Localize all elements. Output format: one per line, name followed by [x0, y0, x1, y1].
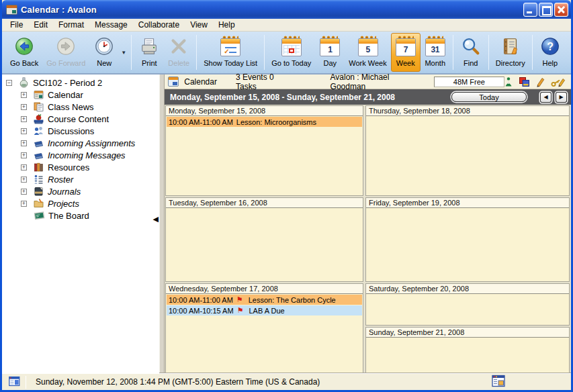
expand-toggle[interactable]: +: [21, 116, 27, 122]
day-cell[interactable]: 10:00 AM-11:00 AM Lesson: Microorganisms: [166, 116, 363, 195]
tree-root-sci102[interactable]: − SCI102 - Period 2: [2, 77, 159, 89]
expand-toggle[interactable]: +: [21, 201, 27, 207]
day-header: Saturday, September 20, 2008: [366, 284, 569, 294]
sidebar-item-the-board[interactable]: The Board: [2, 209, 159, 222]
directory-button[interactable]: Directory: [492, 33, 529, 72]
key-pencil-icon[interactable]: [551, 77, 566, 87]
sidebar-item-journals[interactable]: + Journals: [2, 185, 159, 197]
day-saturday: Saturday, September 20, 2008: [365, 283, 570, 326]
tree-root-label: SCI102 - Period 2: [33, 78, 102, 88]
collapse-toggle[interactable]: −: [6, 80, 12, 86]
day-header: Friday, September 19, 2008: [366, 198, 569, 208]
folder-pencil-icon: [33, 198, 44, 209]
app-window: Calendar : Avalon File Edit Format Messa…: [0, 0, 573, 392]
sidebar-item-roster[interactable]: + Roster: [2, 173, 159, 185]
day-cell[interactable]: [366, 116, 569, 195]
expand-toggle[interactable]: +: [21, 140, 27, 146]
go-back-button[interactable]: Go Back: [6, 33, 42, 72]
day-cell[interactable]: [366, 208, 569, 281]
next-week-button[interactable]: ▶: [556, 92, 567, 103]
day-cell[interactable]: [366, 294, 569, 325]
menu-help[interactable]: Help: [213, 19, 240, 30]
sidebar-item-label: Incoming Assignments: [48, 138, 135, 148]
expand-toggle[interactable]: +: [21, 164, 27, 170]
help-button[interactable]: ? Help: [535, 33, 565, 72]
sidebar-item-projects[interactable]: + Projects: [2, 197, 159, 209]
expand-toggle[interactable]: +: [21, 189, 27, 195]
menu-file[interactable]: File: [5, 19, 28, 30]
layout-view-icon[interactable]: [492, 375, 505, 389]
menu-view[interactable]: View: [185, 19, 213, 30]
delete-button[interactable]: Delete: [164, 33, 193, 72]
svg-text:?: ?: [547, 41, 554, 52]
pane-view-icon[interactable]: [9, 376, 20, 389]
day-cell[interactable]: [166, 208, 363, 281]
day-cell[interactable]: [366, 338, 569, 373]
pane-splitter[interactable]: [159, 75, 165, 373]
week-view-button[interactable]: 7 Week: [391, 33, 421, 72]
find-button[interactable]: Find: [456, 33, 486, 72]
show-today-list-button[interactable]: ✓ Show Today List: [200, 33, 261, 72]
work-week-view-button[interactable]: 5 Work Week: [345, 33, 390, 72]
day-cell[interactable]: 10:00 AM-11:00 AM ⚑ Lesson: The Carbon C…: [166, 294, 363, 373]
sidebar-item-incoming-assignments[interactable]: + Incoming Assignments: [2, 137, 159, 149]
month-view-button[interactable]: 31 Month: [421, 33, 450, 72]
maximize-button[interactable]: [539, 3, 553, 17]
day-tuesday: Tuesday, September 16, 2008: [165, 197, 363, 282]
expand-toggle[interactable]: +: [21, 177, 27, 183]
go-to-today-label: Go to Today: [271, 59, 311, 67]
event-lesson-microorganisms[interactable]: 10:00 AM-11:00 AM Lesson: Microorganisms: [167, 117, 362, 127]
flag-icon: ⚑: [237, 307, 244, 314]
day-header: Monday, September 15, 2008: [166, 106, 363, 116]
news-icon: [33, 101, 44, 112]
calendar-day-icon: 1: [319, 36, 341, 57]
toolbar-separator: [532, 35, 533, 70]
previous-week-button[interactable]: ◀: [540, 92, 552, 103]
sidebar-item-resources[interactable]: + Resources: [2, 161, 159, 173]
layers-icon[interactable]: [519, 77, 530, 87]
events-tasks-summary: 3 Events 0 Tasks: [236, 72, 290, 91]
sidebar-item-discussions[interactable]: + Discussions: [2, 125, 159, 137]
new-button[interactable]: New: [89, 33, 119, 72]
sidebar-collapse-icon[interactable]: ◀: [153, 215, 159, 223]
expand-toggle[interactable]: +: [21, 152, 27, 158]
week-range-label: Monday, September 15, 2008 - Sunday, Sep…: [170, 93, 451, 102]
close-button[interactable]: [554, 3, 568, 17]
show-today-list-label: Show Today List: [204, 59, 257, 67]
toolbar-separator: [131, 35, 132, 70]
person-icon[interactable]: [504, 77, 513, 87]
day-view-button[interactable]: 1 Day: [315, 33, 345, 72]
today-button[interactable]: Today: [451, 92, 527, 102]
month-view-label: Month: [425, 59, 445, 67]
calendar-panel: Calendar 3 Events 0 Tasks Avalon : Micha…: [165, 75, 571, 373]
calendar-app-icon: [6, 5, 17, 15]
sidebar-item-calendar[interactable]: + Calendar: [2, 89, 159, 101]
expand-toggle[interactable]: +: [21, 92, 27, 98]
sidebar-item-course-content[interactable]: + Course Content: [2, 113, 159, 125]
sidebar-item-incoming-messages[interactable]: + Incoming Messages: [2, 149, 159, 161]
menu-message[interactable]: Message: [89, 19, 133, 30]
minimize-button[interactable]: [523, 3, 537, 17]
menu-collaborate[interactable]: Collaborate: [133, 19, 185, 30]
people-icon: [33, 126, 44, 136]
books-icon: [33, 150, 44, 160]
sidebar-item-label: Class News: [48, 102, 94, 112]
new-clock-icon: [93, 36, 115, 57]
pencil-icon[interactable]: [536, 77, 545, 87]
sidebar-item-class-news[interactable]: + Class News: [2, 101, 159, 113]
go-to-today-button[interactable]: Go to Today: [267, 33, 315, 72]
menu-edit[interactable]: Edit: [28, 19, 53, 30]
window-title: Calendar : Avalon: [21, 5, 97, 15]
event-lab-a-due[interactable]: 10:00 AM-10:15 AM ⚑ LAB A Due: [167, 305, 362, 315]
go-forward-button[interactable]: Go Forward: [42, 33, 89, 72]
expand-toggle[interactable]: +: [21, 128, 27, 134]
print-button[interactable]: Print: [134, 33, 164, 72]
day-header: Tuesday, September 16, 2008: [166, 198, 363, 208]
event-lesson-carbon-cycle[interactable]: 10:00 AM-11:00 AM ⚑ Lesson: The Carbon C…: [167, 295, 362, 305]
calendar-today-icon: [281, 36, 302, 57]
new-dropdown-arrow[interactable]: ▼: [119, 33, 128, 72]
day-header: Thursday, September 18, 2008: [366, 106, 569, 116]
title-bar[interactable]: Calendar : Avalon: [2, 0, 571, 19]
expand-toggle[interactable]: +: [21, 104, 27, 110]
menu-format[interactable]: Format: [53, 19, 89, 30]
